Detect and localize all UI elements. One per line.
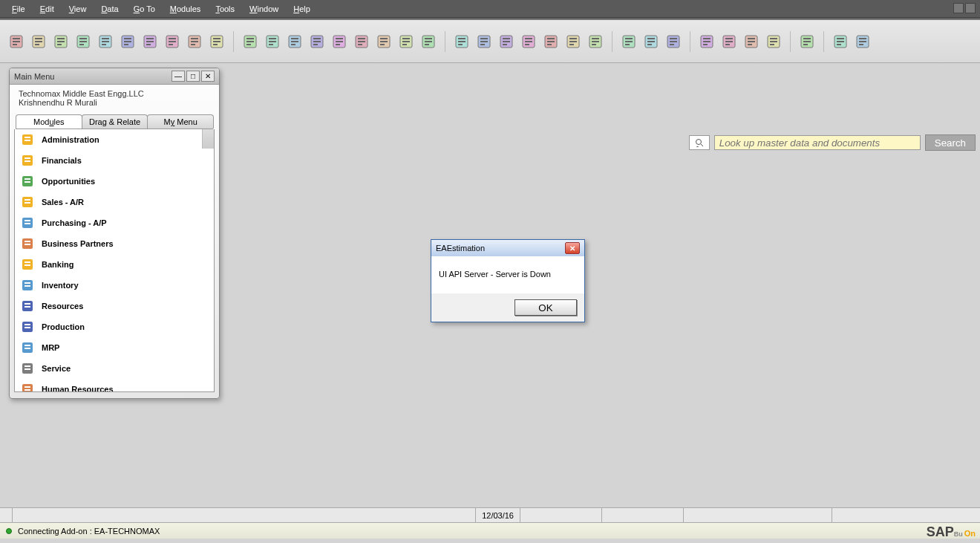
dialog-titlebar[interactable]: EAEstimation ✕ (431, 240, 584, 256)
last-record-icon[interactable] (353, 33, 370, 51)
status-date: 12/03/16 (475, 508, 520, 522)
svg-rect-156 (24, 199, 30, 201)
edit-icon[interactable] (620, 33, 638, 51)
sms-icon[interactable] (74, 33, 92, 51)
dialog-close-button[interactable]: ✕ (565, 242, 580, 254)
panel-titlebar[interactable]: Main Menu — □ ✕ (10, 68, 219, 85)
svg-rect-35 (191, 44, 195, 45)
panel-minimize-button[interactable]: — (172, 71, 185, 82)
menu-file[interactable]: File (6, 3, 31, 15)
financials-icon (21, 154, 34, 167)
svg-rect-150 (24, 157, 30, 159)
inventory-icon (21, 279, 34, 292)
sort-icon[interactable] (419, 33, 437, 51)
company-name: Technomax Middle East Engg.LLC (14, 88, 215, 98)
tab-drag-relate[interactable]: Drag & Relate (82, 114, 148, 129)
volume-icon[interactable] (542, 33, 560, 51)
svg-rect-106 (625, 41, 633, 42)
pdf-icon[interactable] (163, 33, 181, 51)
tab-modules[interactable]: Modules (16, 114, 82, 129)
svg-rect-29 (169, 38, 176, 39)
gross-profit-icon[interactable] (520, 33, 538, 51)
base-doc-icon[interactable] (453, 33, 471, 51)
module-label: Financials (42, 156, 82, 165)
refresh-icon[interactable] (375, 33, 393, 51)
panel-maximize-button[interactable]: □ (186, 71, 200, 82)
svg-rect-18 (102, 41, 109, 42)
module-label: Administration (42, 135, 99, 144)
module-service[interactable]: Service (15, 358, 214, 379)
export-icon[interactable] (186, 33, 203, 51)
email-icon[interactable] (52, 33, 70, 51)
menu-go-to[interactable]: Go To (128, 3, 161, 15)
module-banking[interactable]: Banking (15, 254, 214, 275)
prev-record-icon[interactable] (308, 33, 326, 51)
svg-rect-5 (35, 38, 42, 39)
module-business-partners[interactable]: Business Partners (15, 233, 214, 254)
svg-rect-184 (24, 389, 30, 391)
module-inventory[interactable]: Inventory (15, 275, 214, 296)
svg-rect-45 (269, 38, 276, 39)
status-bar: 12/03/16 Connecting Add-on : EA-TECHNOMA… (0, 507, 980, 543)
next-record-icon[interactable] (330, 33, 348, 51)
menu-view[interactable]: View (63, 3, 93, 15)
module-label: Service (42, 364, 71, 373)
layout-icon[interactable] (564, 33, 582, 51)
excel-icon[interactable] (119, 33, 137, 51)
link-icon[interactable] (832, 33, 849, 51)
filter-icon[interactable] (397, 33, 415, 51)
menu-window[interactable]: Window (244, 3, 284, 15)
module-sales-a-r[interactable]: Sales - A/R (15, 192, 214, 212)
first-record-icon[interactable] (286, 33, 304, 51)
svg-rect-39 (213, 44, 218, 45)
module-opportunities[interactable]: Opportunities (15, 171, 214, 192)
branches-icon[interactable] (765, 33, 783, 51)
menu-edit[interactable]: Edit (34, 3, 60, 15)
module-resources[interactable]: Resources (15, 296, 214, 316)
form-settings-icon[interactable] (264, 33, 281, 51)
module-label: Sales - A/R (42, 198, 84, 207)
fax-icon[interactable] (97, 33, 114, 51)
module-purchasing-a-p[interactable]: Purchasing - A/P (15, 212, 214, 233)
module-administration[interactable]: Administration (15, 129, 214, 150)
ref-icon[interactable] (854, 33, 872, 51)
calendar-icon[interactable] (742, 33, 760, 51)
svg-rect-27 (146, 44, 151, 45)
minimize-button[interactable] (953, 3, 964, 13)
find-icon[interactable] (241, 33, 259, 51)
menu-modules[interactable]: Modules (164, 3, 207, 15)
print-icon[interactable] (30, 33, 48, 51)
menu-data[interactable]: Data (95, 3, 124, 15)
panel-close-button[interactable]: ✕ (201, 71, 215, 82)
add-icon[interactable] (642, 33, 660, 51)
dialog-message: UI API Server - Server is Down (431, 256, 584, 293)
module-label: Opportunities (42, 177, 95, 186)
svg-rect-101 (592, 38, 599, 39)
word-icon[interactable] (141, 33, 159, 51)
svg-rect-13 (79, 38, 87, 39)
menu-tools[interactable]: Tools (209, 3, 241, 15)
restore-button[interactable] (965, 3, 976, 13)
search-type-dropdown[interactable] (689, 135, 710, 150)
dialog-ok-button[interactable]: OK (514, 299, 577, 316)
svg-rect-75 (425, 44, 429, 45)
menu-help[interactable]: Help (287, 3, 316, 15)
alert-icon[interactable] (698, 33, 716, 51)
cancel-icon[interactable] (664, 33, 682, 51)
module-human-resources[interactable]: Human Resources (15, 379, 214, 392)
lock-icon[interactable] (208, 33, 226, 51)
search-input[interactable] (714, 135, 921, 150)
tab-my-menu[interactable]: My Menu (147, 114, 214, 129)
module-financials[interactable]: Financials (15, 150, 214, 171)
payment-means-icon[interactable] (497, 33, 515, 51)
module-production[interactable]: Production (15, 316, 214, 337)
query-icon[interactable] (587, 33, 604, 51)
message-icon[interactable] (720, 33, 738, 51)
target-doc-icon[interactable] (475, 33, 493, 51)
search-button[interactable]: Search (925, 134, 976, 151)
help-icon[interactable] (798, 33, 816, 51)
module-mrp[interactable]: MRP (15, 337, 214, 358)
svg-rect-14 (79, 41, 87, 42)
preview-icon[interactable] (7, 33, 25, 51)
scrollbar[interactable] (202, 129, 214, 149)
